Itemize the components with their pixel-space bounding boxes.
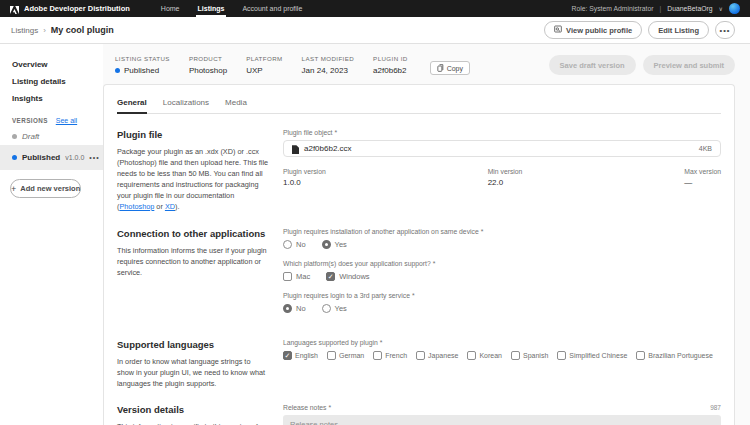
checkbox-korean[interactable]: Korean [467, 351, 502, 360]
checkbox-windows[interactable]: ✓Windows [326, 272, 369, 281]
meta-platform: Platform UXP [246, 55, 282, 75]
brand-name: Adobe Developer Distribution [24, 4, 130, 13]
edit-listing-button[interactable]: Edit Listing [648, 21, 709, 39]
file-icon [292, 140, 299, 158]
tab-bar: General Localizations Media [117, 85, 721, 114]
subheader: Listings › My cool plugin View public pr… [0, 17, 750, 44]
radio-installation-no[interactable]: No [283, 240, 306, 249]
top-nav: Adobe Developer Distribution Home Listin… [0, 0, 750, 17]
languages-title: Supported languages [117, 339, 269, 350]
checkbox-icon [327, 351, 336, 360]
breadcrumb-separator: › [43, 26, 46, 35]
checkbox-japanese[interactable]: Japanese [416, 351, 458, 360]
plugin-version-field: Plugin version 1.0.0 [283, 168, 326, 187]
tab-localizations[interactable]: Localizations [163, 94, 209, 113]
radio-login-no[interactable]: No [283, 304, 306, 313]
role-label: Role: System Administrator [572, 5, 654, 12]
section-version-details: Version details This information is spec… [117, 404, 721, 425]
checkbox-spanish[interactable]: Spanish [511, 351, 548, 360]
languages-label: Languages supported by plugin* [283, 339, 721, 346]
section-supported-languages: Supported languages In order to know wha… [117, 339, 721, 390]
versions-label: VERSIONS [12, 117, 48, 124]
checkbox-simplified-chinese[interactable]: Simplified Chinese [557, 351, 627, 360]
meta-plugin-id: Plugin ID a2f0b6b2 [373, 55, 408, 75]
sidebar-version-published[interactable]: Published v1.0.0 ••• [0, 145, 103, 170]
languages-options: ✓English German French Japanese Korean S… [283, 351, 721, 360]
checkbox-icon [467, 351, 476, 360]
meta-last-modified: Last modified Jan 24, 2023 [302, 55, 355, 75]
checkbox-mac[interactable]: Mac [283, 272, 310, 281]
plugin-file-name: a2f0b6b2.ccx [304, 144, 352, 153]
plugin-file-size: 4KB [699, 145, 712, 152]
release-notes-input[interactable] [283, 415, 721, 425]
adobe-logo-icon [10, 0, 19, 18]
nav-item-home[interactable]: Home [152, 0, 189, 17]
release-notes-char-count: 987 [710, 404, 721, 411]
languages-description: In order to know what language strings t… [117, 357, 269, 390]
main-area: Listing status Published Product Photosh… [103, 44, 750, 425]
breadcrumb-listings[interactable]: Listings [11, 26, 38, 35]
brand: Adobe Developer Distribution [10, 0, 130, 18]
checkbox-french[interactable]: French [373, 351, 407, 360]
save-draft-version-button[interactable]: Save draft version [549, 55, 636, 75]
max-version-field: Max version — [684, 168, 721, 187]
version-more-button[interactable]: ••• [89, 154, 99, 161]
breadcrumb: Listings › My cool plugin [11, 25, 114, 35]
radio-icon [322, 304, 331, 313]
plugin-file-description: Package your plugin as an .xdx (XD) or .… [117, 147, 269, 213]
version-details-title: Version details [117, 404, 269, 415]
meta-listing-status: Listing status Published [115, 55, 170, 75]
min-version-field: Min version 22.0 [488, 168, 523, 187]
question-requires-installation: Plugin requires installation of another … [283, 228, 721, 249]
tab-general[interactable]: General [117, 94, 147, 113]
plugin-file-title: Plugin file [117, 129, 269, 140]
sidebar-item-listing-details[interactable]: Listing details [0, 73, 103, 90]
more-actions-button[interactable]: ••• [715, 21, 735, 39]
chevron-down-icon[interactable]: ∨ [719, 5, 723, 12]
radio-login-yes[interactable]: Yes [322, 304, 347, 313]
tab-media[interactable]: Media [225, 94, 247, 113]
listing-meta-bar: Listing status Published Product Photosh… [103, 44, 735, 84]
org-selector[interactable]: DuaneBetaOrg [667, 5, 712, 12]
connection-description: This information informs the user if you… [117, 246, 269, 279]
photoshop-docs-link[interactable]: Photoshop [119, 202, 154, 211]
draft-status-dot [12, 134, 17, 139]
radio-installation-yes[interactable]: Yes [322, 240, 347, 249]
nav-item-account-profile[interactable]: Account and profile [233, 0, 311, 17]
meta-product: Product Photoshop [189, 55, 227, 75]
xd-docs-link[interactable]: XD [165, 202, 175, 211]
nav-items: Home Listings Account and profile [152, 0, 311, 17]
radio-selected-icon [322, 240, 331, 249]
copy-plugin-id-button[interactable]: Copy [430, 61, 470, 75]
see-all-link[interactable]: See all [56, 117, 77, 124]
sidebar-version-draft[interactable]: Draft [0, 128, 103, 145]
nav-separator: | [659, 5, 661, 12]
checkbox-icon [416, 351, 425, 360]
checkbox-english[interactable]: ✓English [283, 351, 318, 360]
view-public-profile-button[interactable]: View public profile [544, 21, 642, 39]
radio-selected-icon [283, 304, 292, 313]
checkbox-brazilian-portuguese[interactable]: Brazilian Portuguese [636, 351, 713, 360]
question-platform-support: Which platform(s) does your application … [283, 260, 721, 281]
sidebar: Overview Listing details Insights VERSIO… [0, 44, 103, 425]
release-notes-label: Release notes* [283, 404, 331, 411]
checkbox-checked-icon: ✓ [283, 351, 292, 360]
avatar[interactable] [729, 3, 740, 14]
sidebar-item-insights[interactable]: Insights [0, 90, 103, 107]
published-status-dot [12, 155, 17, 160]
version-detail-card: General Localizations Media Plugin file … [103, 84, 735, 425]
nav-item-listings[interactable]: Listings [189, 0, 234, 17]
checkbox-german[interactable]: German [327, 351, 364, 360]
plugin-file-row[interactable]: a2f0b6b2.ccx 4KB [283, 140, 721, 157]
copy-icon [437, 64, 444, 73]
checkbox-icon [636, 351, 645, 360]
plugin-file-object-label: Plugin file object* [283, 129, 721, 136]
add-new-version-button[interactable]: + Add new version [10, 179, 81, 198]
section-plugin-file: Plugin file Package your plugin as an .x… [117, 129, 721, 213]
sidebar-item-overview[interactable]: Overview [0, 56, 103, 73]
plus-icon: + [11, 184, 16, 194]
page-title: My cool plugin [51, 25, 114, 35]
preview-and-submit-button[interactable]: Preview and submit [643, 55, 735, 75]
checkbox-checked-icon: ✓ [326, 272, 335, 281]
question-third-party-login: Plugin requires login to a 3rd party ser… [283, 292, 721, 313]
